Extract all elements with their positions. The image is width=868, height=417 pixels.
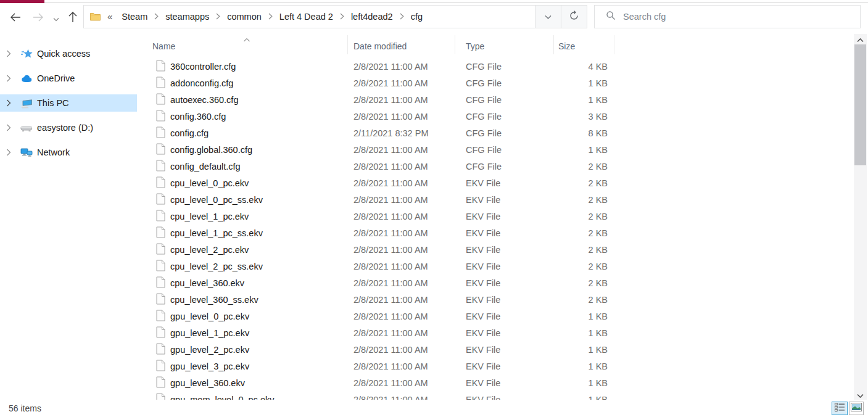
quick-access-icon: [20, 48, 33, 59]
details-view-button[interactable]: [832, 402, 848, 415]
file-row[interactable]: gpu_mem_level_0_pc.ekv2/8/2021 11:00 AME…: [142, 391, 853, 400]
navigation-toolbar: «SteamsteamappscommonLeft 4 Dead 2left4d…: [0, 3, 868, 33]
expand-chevron-icon[interactable]: [6, 124, 14, 131]
scrollbar-thumb[interactable]: [854, 44, 866, 165]
sidebar-item-onedrive[interactable]: OneDrive: [0, 70, 137, 87]
file-row[interactable]: gpu_level_3_pc.ekv2/8/2021 11:00 AMEKV F…: [142, 358, 853, 374]
file-name: autoexec.360.cfg: [170, 95, 238, 105]
search-icon: [606, 10, 616, 23]
file-row[interactable]: autoexec.360.cfg2/8/2021 11:00 AMCFG Fil…: [142, 91, 853, 108]
file-icon: [156, 260, 165, 273]
file-type: CFG File: [466, 112, 502, 122]
breadcrumb-segment[interactable]: left4dead2: [345, 6, 399, 28]
address-dropdown-button[interactable]: [535, 5, 561, 28]
file-row[interactable]: 360controller.cfg2/8/2021 11:00 AMCFG Fi…: [142, 58, 853, 75]
file-icon: [156, 360, 165, 373]
column-header-date-modified[interactable]: Date modified: [347, 34, 455, 58]
forward-button[interactable]: [29, 9, 48, 28]
file-icon: [156, 343, 165, 357]
file-icon: [156, 60, 165, 73]
file-type: EKV File: [466, 278, 500, 288]
file-row[interactable]: cpu_level_0_pc.ekv2/8/2021 11:00 AMEKV F…: [142, 175, 853, 191]
file-size: 1 KB: [553, 378, 608, 388]
file-type: CFG File: [466, 78, 502, 88]
sidebar-item-this-pc[interactable]: This PC: [0, 94, 137, 112]
file-date-modified: 2/8/2021 11:00 AM: [353, 395, 428, 400]
file-row[interactable]: cpu_level_360.ekv2/8/2021 11:00 AMEKV Fi…: [142, 275, 853, 291]
file-row[interactable]: cpu_level_0_pc_ss.ekv2/8/2021 11:00 AMEK…: [142, 191, 853, 208]
file-icon: [156, 126, 165, 140]
file-icon: [156, 393, 165, 400]
file-name: gpu_level_3_pc.ekv: [170, 361, 249, 371]
file-row[interactable]: addonconfig.cfg2/8/2021 11:00 AMCFG File…: [142, 75, 853, 91]
column-header-row: NameDate modifiedTypeSize: [142, 34, 853, 58]
recent-locations-button[interactable]: [49, 9, 63, 28]
file-name-cell: gpu_level_2_pc.ekv: [156, 343, 249, 357]
search-input[interactable]: [623, 12, 845, 22]
expand-chevron-icon[interactable]: [6, 75, 14, 82]
sidebar-item-quick-access[interactable]: Quick access: [0, 45, 137, 62]
file-row[interactable]: gpu_level_2_pc.ekv2/8/2021 11:00 AMEKV F…: [142, 341, 853, 358]
file-row[interactable]: config.global.360.cfg2/8/2021 11:00 AMCF…: [142, 141, 853, 158]
file-size: 2 KB: [553, 212, 608, 221]
back-button[interactable]: [6, 9, 25, 28]
file-name: cpu_level_0_pc.ekv: [170, 178, 249, 188]
file-row[interactable]: cpu_level_2_pc.ekv2/8/2021 11:00 AMEKV F…: [142, 241, 853, 258]
expand-chevron-icon[interactable]: [6, 50, 14, 57]
refresh-button[interactable]: [561, 5, 587, 28]
chevron-down-icon: [53, 13, 59, 24]
sidebar-item-easystore[interactable]: easystore (D:): [0, 119, 137, 136]
file-row[interactable]: config.360.cfg2/8/2021 11:00 AMCFG File3…: [142, 108, 853, 125]
column-header-label: Date modified: [353, 41, 407, 51]
sidebar-item-network[interactable]: Network: [0, 144, 137, 161]
file-name-cell: autoexec.360.cfg: [156, 93, 238, 107]
breadcrumb-segment[interactable]: common: [221, 6, 267, 28]
breadcrumb-segment[interactable]: Steam: [116, 6, 153, 28]
file-row[interactable]: gpu_level_1_pc.ekv2/8/2021 11:00 AMEKV F…: [142, 324, 853, 341]
file-date-modified: 2/8/2021 11:00 AM: [353, 178, 428, 188]
file-name-cell: cpu_level_2_pc.ekv: [156, 243, 249, 257]
breadcrumb-segment[interactable]: Left 4 Dead 2: [274, 6, 339, 28]
breadcrumb-segment[interactable]: steamapps: [160, 6, 215, 28]
address-bar[interactable]: «SteamsteamappscommonLeft 4 Dead 2left4d…: [83, 5, 535, 28]
file-row[interactable]: gpu_level_0_pc.ekv2/8/2021 11:00 AMEKV F…: [142, 308, 853, 324]
column-header-label: Size: [558, 41, 575, 51]
scroll-down-button[interactable]: [854, 389, 867, 400]
file-name-cell: config_default.cfg: [156, 160, 241, 173]
file-row[interactable]: config.cfg2/11/2021 8:32 PMCFG File8 KB: [142, 125, 853, 141]
file-row[interactable]: cpu_level_1_pc_ss.ekv2/8/2021 11:00 AMEK…: [142, 225, 853, 241]
scroll-up-button[interactable]: [854, 34, 867, 44]
search-box[interactable]: [594, 5, 861, 28]
file-name: config_default.cfg: [170, 162, 241, 171]
file-type: EKV File: [466, 245, 500, 255]
expand-chevron-icon[interactable]: [6, 149, 14, 156]
breadcrumb-collapse-indicator[interactable]: «: [101, 11, 116, 23]
file-date-modified: 2/8/2021 11:00 AM: [353, 195, 428, 205]
column-divider[interactable]: [614, 35, 614, 54]
file-row[interactable]: config_default.cfg2/8/2021 11:00 AMCFG F…: [142, 158, 853, 175]
column-header-type[interactable]: Type: [455, 34, 553, 58]
breadcrumb-segment[interactable]: cfg: [405, 6, 428, 28]
file-icon: [156, 143, 165, 157]
file-name: cpu_level_360_ss.ekv: [170, 295, 258, 305]
large-icons-view-button[interactable]: [849, 402, 864, 415]
file-icon: [156, 176, 165, 190]
file-row[interactable]: cpu_level_2_pc_ss.ekv2/8/2021 11:00 AMEK…: [142, 258, 853, 275]
file-icon: [156, 110, 165, 123]
file-size: 1 KB: [553, 361, 608, 371]
file-row[interactable]: gpu_level_360.ekv2/8/2021 11:00 AMEKV Fi…: [142, 374, 853, 391]
vertical-scrollbar[interactable]: [854, 34, 867, 400]
expand-chevron-icon[interactable]: [6, 99, 14, 107]
file-row[interactable]: cpu_level_360_ss.ekv2/8/2021 11:00 AMEKV…: [142, 291, 853, 308]
file-icon: [156, 243, 165, 257]
file-type: EKV File: [466, 395, 500, 400]
file-name: cpu_level_1_pc_ss.ekv: [170, 228, 263, 238]
column-header-size[interactable]: Size: [553, 34, 614, 58]
up-button[interactable]: [64, 9, 82, 28]
file-size: 1 KB: [553, 345, 608, 355]
file-size: 2 KB: [553, 245, 608, 255]
sidebar-item-label: Network: [37, 147, 70, 157]
file-icon: [156, 376, 165, 390]
file-row[interactable]: cpu_level_1_pc.ekv2/8/2021 11:00 AMEKV F…: [142, 208, 853, 225]
file-type: EKV File: [466, 345, 500, 355]
